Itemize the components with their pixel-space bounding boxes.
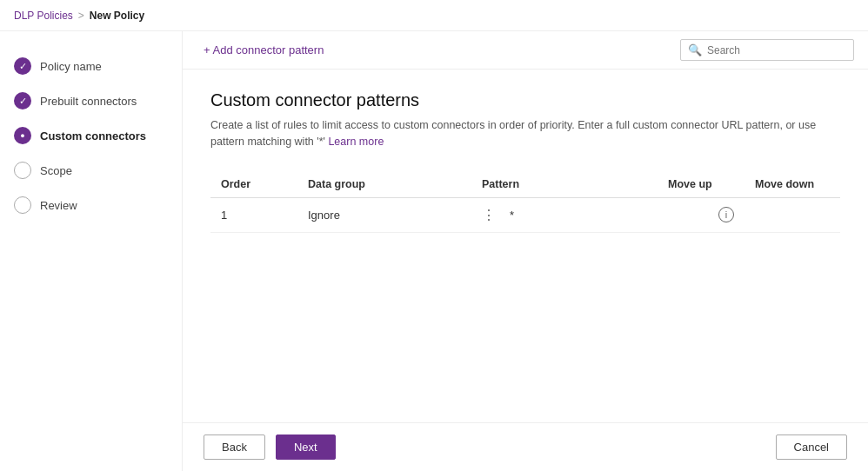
col-header-datagroup: Data group — [297, 171, 471, 198]
step-icon-review — [14, 196, 31, 214]
search-box: 🔍 — [680, 39, 854, 61]
sidebar-item-custom-connectors[interactable]: ● Custom connectors — [0, 118, 182, 153]
row-movedown-cell — [744, 197, 840, 233]
sidebar: ✓ Policy name ✓ Prebuilt connectors ● Cu… — [0, 31, 183, 471]
step-icon-scope — [14, 162, 31, 179]
table-body: 1 Ignore ⋮ * i — [210, 197, 840, 233]
page-description: Create a list of rules to limit access t… — [210, 117, 840, 150]
col-header-moveup: Move up — [658, 171, 744, 198]
sidebar-item-policy-name[interactable]: ✓ Policy name — [0, 49, 182, 83]
toolbar: + Add connector pattern 🔍 — [183, 31, 868, 70]
row-context-menu-icon[interactable]: ⋮ — [482, 207, 496, 223]
footer: Back Next Cancel — [183, 422, 868, 471]
cancel-button[interactable]: Cancel — [776, 435, 847, 460]
content-area: + Add connector pattern 🔍 Custom connect… — [183, 31, 868, 471]
back-button[interactable]: Back — [204, 435, 265, 460]
sidebar-item-review[interactable]: Review — [0, 188, 182, 222]
sidebar-label-review: Review — [40, 199, 77, 212]
breadcrumb-separator: > — [78, 10, 84, 22]
sidebar-label-custom: Custom connectors — [40, 129, 146, 143]
next-button[interactable]: Next — [276, 435, 336, 460]
step-icon-prebuilt: ✓ — [14, 92, 31, 109]
row-datagroup: Ignore — [297, 197, 471, 233]
step-icon-policy-name: ✓ — [14, 57, 31, 75]
breadcrumb-current: New Policy — [90, 10, 144, 22]
row-datagroup-value: Ignore — [308, 209, 340, 222]
search-icon: 🔍 — [688, 43, 702, 56]
breadcrumb-parent[interactable]: DLP Policies — [14, 10, 73, 22]
sidebar-item-scope[interactable]: Scope — [0, 153, 182, 188]
row-order: 1 — [210, 197, 297, 233]
col-header-movedown: Move down — [744, 171, 840, 198]
page-title: Custom connector patterns — [210, 90, 840, 110]
connector-table: Order Data group Pattern Move up Move do… — [210, 171, 840, 234]
row-moveup-cell: i — [658, 197, 744, 233]
row-pattern-cell: ⋮ * — [471, 198, 658, 233]
sidebar-item-prebuilt-connectors[interactable]: ✓ Prebuilt connectors — [0, 83, 182, 118]
sidebar-label-prebuilt: Prebuilt connectors — [40, 95, 137, 108]
row-info-icon[interactable]: i — [718, 207, 734, 222]
row-pattern-value: * — [510, 209, 514, 222]
col-header-order: Order — [210, 171, 297, 198]
sidebar-label-policy-name: Policy name — [40, 60, 102, 73]
table-header: Order Data group Pattern Move up Move do… — [210, 171, 840, 198]
add-connector-pattern-button[interactable]: + Add connector pattern — [197, 40, 331, 60]
col-header-pattern: Pattern — [471, 171, 658, 198]
search-input[interactable] — [707, 44, 846, 56]
sidebar-label-scope: Scope — [40, 164, 72, 177]
step-icon-custom: ● — [14, 127, 31, 144]
main-content: Custom connector patterns Create a list … — [183, 70, 868, 422]
table-row: 1 Ignore ⋮ * i — [210, 197, 840, 233]
breadcrumb: DLP Policies > New Policy — [0, 0, 868, 31]
learn-more-link[interactable]: Learn more — [328, 136, 384, 148]
